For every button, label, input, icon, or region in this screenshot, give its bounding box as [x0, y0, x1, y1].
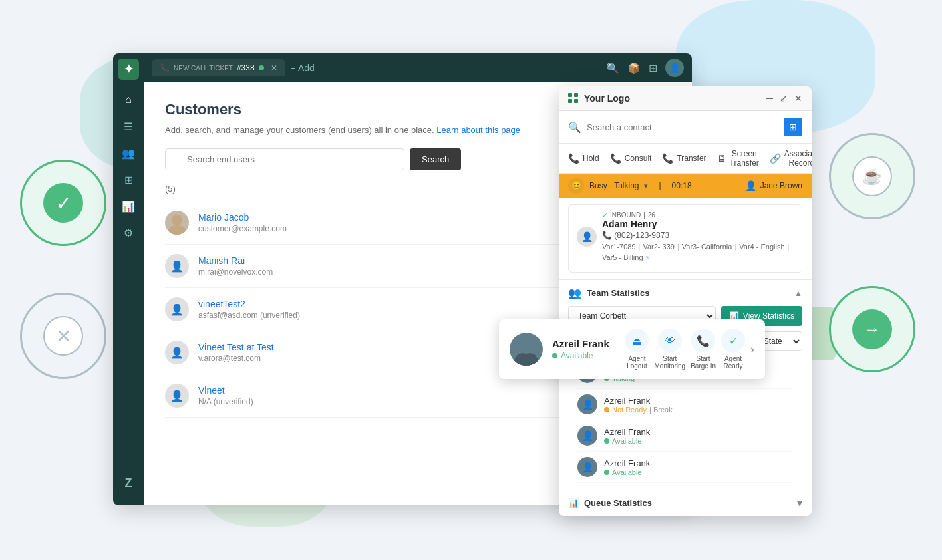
learn-more-link[interactable]: Learn about this page — [436, 125, 520, 135]
customer-email-3: v.arora@test.com — [198, 354, 274, 363]
status-dot-1 — [604, 407, 609, 412]
status-avatar: 😊 — [568, 178, 584, 194]
agent-hover-info: Azreil Frank Available — [552, 338, 609, 360]
topbar-actions: 🔍 📦 ⊞ 👤 — [606, 59, 684, 77]
status-dot-2 — [604, 438, 609, 444]
agent-avatar-3: 👤 — [577, 457, 597, 477]
agent-list-item-2[interactable]: 👤 Azreil Frank Available — [577, 420, 793, 452]
consult-btn[interactable]: 📞 Consult — [610, 153, 652, 164]
grid-icon[interactable]: ⊞ — [649, 62, 657, 74]
sidebar-item-reports[interactable]: 📊 — [116, 194, 140, 218]
hold-btn[interactable]: 📞 Hold — [568, 153, 599, 164]
consult-icon: 📞 — [610, 153, 621, 164]
sidebar-item-grid[interactable]: ⊞ — [116, 168, 140, 192]
transfer-btn[interactable]: 📞 Transfer — [662, 153, 706, 164]
sidebar: ✦ ⌂ ☰ 👥 ⊞ 📊 ⚙ Z — [113, 53, 144, 505]
crm-minimize-btn[interactable]: ─ — [766, 93, 773, 104]
sidebar-item-settings[interactable]: ⚙ — [116, 221, 140, 245]
crm-panel: Your Logo ─ ⤢ ✕ 🔍 ⊞ 📞 Hold 📞 Consult 📞 T… — [559, 86, 812, 516]
customer-avatar-4: 👤 — [165, 384, 189, 408]
agent-action-ready[interactable]: ✓ AgentReady — [721, 329, 745, 370]
tab-icon: 📞 — [160, 63, 170, 72]
add-tab-btn[interactable]: + Add — [291, 63, 315, 73]
customer-info-1: Manish Rai m.rai@novelvox.com — [198, 255, 273, 277]
sidebar-item-home[interactable]: ⌂ — [116, 88, 140, 112]
team-stats-icon: 👥 — [568, 287, 581, 299]
team-stats-section: 👥 Team Statistics ▲ Team Corbett 📊 View … — [559, 279, 812, 490]
svg-point-0 — [172, 215, 182, 225]
queue-chevron: ▾ — [797, 497, 802, 509]
agent-avatar-2: 👤 — [577, 426, 597, 446]
agent-action-monitor[interactable]: 👁 StartMonitoring — [654, 329, 685, 370]
status-dot-3 — [604, 470, 609, 475]
user-avatar[interactable]: 👤 — [665, 59, 684, 77]
sidebar-logo: ✦ — [118, 59, 139, 80]
sidebar-item-list[interactable]: ☰ — [116, 114, 140, 138]
bg-circle-exit: → — [829, 286, 915, 372]
bg-circle-check: ✓ — [20, 160, 106, 246]
bg-circle-x: ✕ — [20, 293, 106, 379]
sidebar-item-zendesk[interactable]: Z — [116, 471, 140, 495]
customer-email-2: asfasf@asd.com (unverified) — [198, 311, 300, 320]
status-text: Busy - Talking — [589, 181, 639, 190]
status-dropdown[interactable]: ▾ — [644, 182, 648, 190]
crm-header: Your Logo ─ ⤢ ✕ — [559, 86, 812, 111]
ready-label: AgentReady — [724, 355, 743, 370]
status-timer: | — [659, 181, 661, 190]
box-icon[interactable]: 📦 — [627, 62, 641, 74]
status-timer-value: 00:18 — [672, 181, 692, 190]
crm-status-bar: 😊 Busy - Talking ▾ | 00:18 👤 Jane Brown — [559, 174, 812, 198]
tab-close-btn[interactable]: ✕ — [271, 63, 277, 72]
crm-grid-btn[interactable]: ⊞ — [784, 118, 802, 136]
team-stats-header[interactable]: 👥 Team Statistics ▲ — [568, 287, 802, 299]
crm-actions: 📞 Hold 📞 Consult 📞 Transfer 🖥 Screen Tra… — [559, 144, 812, 174]
barge-icon: 📞 — [691, 329, 715, 352]
phone-icon: 📞 — [602, 231, 612, 240]
barge-label: StartBarge In — [691, 355, 716, 370]
customer-name-2: vineetTest2 — [198, 299, 300, 309]
call-detail-header: 👤 ↙ INBOUND | 26 Adam Henry 📞 (802)-123-… — [577, 211, 794, 261]
customer-avatar-0 — [165, 211, 189, 235]
agent-name-2: Azreil Frank — [604, 427, 650, 437]
tab-call-ticket[interactable]: 📞 NEW CALL TICKET #338 ✕ — [152, 59, 285, 76]
associate-record-btn[interactable]: 🔗 Associate Record — [770, 149, 812, 168]
svg-rect-4 — [516, 354, 536, 366]
agent-name-3: Azreil Frank — [604, 458, 650, 468]
agent-list-item-1[interactable]: 👤 Azreil Frank Not Ready | Break — [577, 389, 793, 420]
tab-label: NEW CALL TICKET — [174, 65, 233, 72]
search-input-wrapper: 🔍 — [165, 148, 404, 170]
agent-hover-actions: ⏏ AgentLogout 👁 StartMonitoring 📞 StartB… — [625, 329, 754, 370]
crm-close-btn[interactable]: ✕ — [794, 93, 802, 104]
customer-email-1: m.rai@novelvox.com — [198, 267, 273, 277]
queue-stats-section[interactable]: 📊 Queue Statistics ▾ — [559, 490, 812, 516]
logout-label: AgentLogout — [627, 355, 647, 370]
monitor-icon: 👁 — [658, 329, 682, 352]
ready-icon: ✓ — [721, 329, 745, 352]
agent-info-1: Azreil Frank Not Ready | Break — [604, 396, 673, 414]
customer-name-0: Mario Jacob — [198, 212, 287, 223]
customer-info-4: Vlneet N/A (unverified) — [198, 385, 253, 406]
agent-action-barge[interactable]: 📞 StartBarge In — [691, 329, 716, 370]
screen-transfer-btn[interactable]: 🖥 Screen Transfer — [717, 149, 759, 168]
queue-icon: 📊 — [568, 498, 579, 508]
monitor-label: StartMonitoring — [654, 355, 685, 370]
crm-search-input[interactable] — [587, 122, 778, 132]
customer-info-2: vineetTest2 asfasf@asd.com (unverified) — [198, 299, 300, 320]
agent-name: Jane Brown — [760, 181, 802, 190]
sidebar-item-customers[interactable]: 👥 — [116, 141, 140, 165]
status-right: 👤 Jane Brown — [745, 180, 802, 191]
crm-logo-text: Your Logo — [584, 93, 630, 104]
agent-hover-name: Azreil Frank — [552, 338, 609, 349]
search-input[interactable] — [165, 148, 404, 170]
agent-avatar-1: 👤 — [577, 394, 597, 414]
agent-action-logout[interactable]: ⏏ AgentLogout — [625, 329, 649, 370]
agent-hover-status: Available — [552, 351, 609, 360]
agent-list-item-3[interactable]: 👤 Azreil Frank Available — [577, 452, 793, 483]
call-detail-info: ↙ INBOUND | 26 Adam Henry 📞 (802)-123-98… — [602, 211, 794, 261]
search-icon[interactable]: 🔍 — [606, 62, 619, 74]
agent-card-arrow[interactable]: › — [750, 343, 754, 356]
crm-expand-btn[interactable]: ⤢ — [780, 93, 788, 104]
customer-email-0: customer@example.com — [198, 224, 287, 233]
search-button[interactable]: Search — [410, 148, 461, 170]
hold-icon: 📞 — [568, 153, 579, 164]
